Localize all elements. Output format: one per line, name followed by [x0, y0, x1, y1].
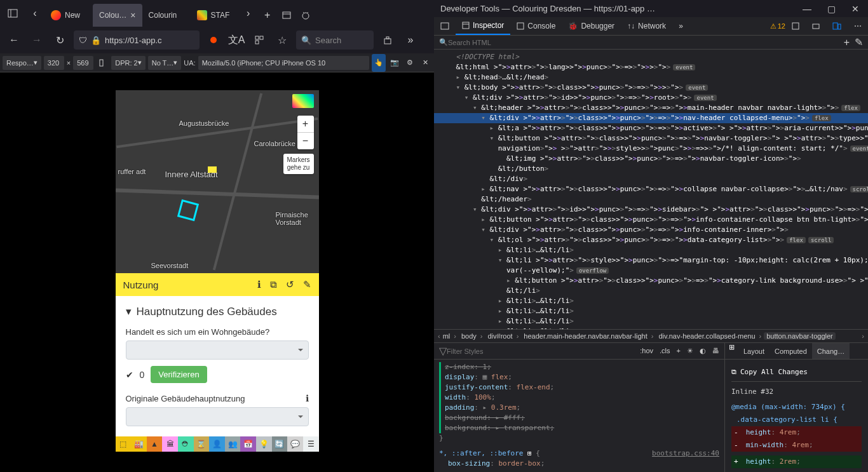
search-bar[interactable]: 🔍 Search [296, 30, 374, 50]
crumb-0[interactable]: ml [440, 332, 459, 340]
close-icon[interactable]: × [130, 10, 135, 20]
category-item-3[interactable]: 🏛 [162, 436, 178, 452]
app-logo[interactable] [292, 94, 314, 108]
dt-minimize-button[interactable]: — [801, 3, 813, 15]
overflow-icon[interactable]: » [402, 31, 419, 49]
forward-button[interactable]: → [28, 31, 46, 49]
zoom-out-button[interactable]: − [297, 133, 314, 149]
camera-icon[interactable]: 📷 [388, 54, 401, 72]
height-input[interactable]: 569 [73, 56, 93, 70]
translate-icon[interactable]: 文A [227, 31, 245, 49]
map-view[interactable]: Augustusbrücke Carolabrücke Innere Altst… [116, 90, 319, 273]
dom-node-11[interactable]: &lt;/button> [434, 164, 868, 174]
alarm-icon[interactable] [296, 6, 315, 25]
changes-body[interactable]: ⧉ Copy All Changes Inline #32 @media (ma… [725, 360, 868, 472]
crumb-5[interactable]: button.navbar-toggler [764, 332, 836, 340]
section-heading[interactable]: ▾ Hauptnutzung des Gebäudes [126, 305, 309, 318]
dom-node-24[interactable]: ▸ &lt;li>…&lt;/li> [434, 296, 868, 306]
tab-computed[interactable]: Computed [770, 343, 812, 359]
contrast-icon[interactable]: ◐ [700, 347, 706, 355]
tab-staf[interactable]: STAF [191, 4, 239, 27]
dom-node-19[interactable]: ▸ &lt;li>…&lt;/li> [434, 245, 868, 255]
verify-button[interactable]: Verifizieren [151, 366, 207, 383]
url-bar[interactable]: 🛡 🔒 https://01-app.c [74, 30, 200, 50]
category-item-5[interactable]: ⌛ [194, 436, 210, 452]
rotate-icon[interactable] [96, 54, 109, 72]
markers-button[interactable]: Markers gehe zu [283, 154, 314, 174]
copy-all-changes[interactable]: ⧉ Copy All Changes [731, 363, 862, 382]
tab-overview-icon[interactable] [277, 6, 296, 25]
info-icon[interactable]: ℹ [257, 279, 261, 290]
dom-node-22[interactable]: ▸ &lt;button >">>attr>>">>class>>">>punc… [434, 276, 868, 286]
dpr-select[interactable]: DPR: 2 ▾ [111, 56, 145, 70]
category-item-11[interactable]: 💬 [287, 436, 303, 452]
device-select[interactable]: Respo… ▾ [3, 56, 41, 70]
layout-tab-icon[interactable]: ⊞ [725, 343, 738, 359]
tab-colouring-active[interactable]: Colou…× [93, 4, 142, 27]
eyedropper-icon[interactable]: ✎ [855, 36, 863, 48]
original-use-select[interactable] [126, 407, 309, 426]
crumb-4[interactable]: div.nav-header.collapsed-menu [656, 332, 764, 340]
dom-node-17[interactable]: ▾ &lt;div >">>attr>>">>class>>">>punc>>"… [434, 225, 868, 235]
tab-scroll-right[interactable]: › [239, 0, 258, 27]
crumb-2[interactable]: div#root [485, 332, 521, 340]
styles-rules[interactable]: z-index: 1;display: ▦ flex;justify-conte… [434, 360, 724, 472]
tabs-overflow[interactable]: » [672, 17, 689, 35]
tab-new[interactable]: New [44, 4, 93, 27]
residential-select[interactable] [126, 341, 309, 360]
width-input[interactable]: 320 [44, 56, 64, 70]
warning-count[interactable]: ⚠ 12 [770, 22, 785, 30]
category-item-4[interactable]: ⛑ [178, 436, 194, 452]
ua-input[interactable]: Mozilla/5.0 (iPhone; CPU iPhone OS 10 [198, 56, 369, 70]
tab-console[interactable]: Console [510, 17, 562, 35]
dom-node-8[interactable]: ▾ &lt;button >">>attr>>">>class>>">>punc… [434, 133, 868, 144]
tab-scroll-left[interactable]: ‹ [25, 0, 44, 27]
back-button[interactable]: ← [5, 31, 23, 49]
dom-node-2[interactable]: ▸ &lt;head>…&lt;/head> [434, 72, 868, 83]
category-item-8[interactable]: 📅 [240, 436, 256, 452]
dt-screenshot-icon[interactable] [806, 17, 826, 35]
record-indicator[interactable] [205, 31, 222, 49]
dom-node-7[interactable]: ▸ &lt;a >">>attr>>">>class>>">>punc>>">>… [434, 123, 868, 133]
dt-menu-icon[interactable]: ⋯ [848, 17, 868, 35]
category-item-1[interactable]: 🏭 [131, 436, 147, 452]
category-item-7[interactable]: 👥 [225, 436, 241, 452]
dt-close-button[interactable]: ✕ [849, 3, 862, 15]
dom-node-21[interactable]: var(--yellow);">overflow [434, 266, 868, 276]
touch-icon[interactable]: 👆 [372, 54, 386, 72]
category-item-12[interactable]: ☰ [303, 436, 319, 452]
bookmark-icon[interactable]: ☆ [273, 31, 291, 49]
dom-node-16[interactable]: ▸ &lt;button >">>attr>>">>class>>">>punc… [434, 215, 868, 225]
dt-iframe-icon[interactable] [785, 17, 806, 35]
dom-node-20[interactable]: ▾ &lt;li >">>attr>>">>style>>">>punc>>">… [434, 255, 868, 266]
cls-toggle[interactable]: .cls [660, 347, 670, 355]
dom-node-9[interactable]: navigation>">> >>">attr>">>>style>>>">pu… [434, 144, 868, 154]
dom-node-14[interactable]: &lt;/header> [434, 194, 868, 205]
dt-rdm-icon[interactable] [826, 17, 848, 35]
new-tab-button[interactable]: + [258, 6, 277, 25]
settings-icon[interactable]: ⚙ [403, 54, 416, 72]
throttle-select[interactable]: No T… ▾ [148, 56, 182, 70]
tab-debugger[interactable]: 🐞Debugger [562, 17, 621, 35]
dom-node-0[interactable]: <!DOCTYPE html> [434, 52, 868, 62]
tab-network[interactable]: ↑↓Network [621, 17, 672, 35]
sidebar-toggle-icon[interactable] [0, 0, 25, 27]
hov-toggle[interactable]: :hov [640, 347, 653, 355]
dt-maximize-button[interactable]: ▢ [825, 3, 837, 15]
tab-colouring-2[interactable]: Colourin [142, 4, 191, 27]
dom-node-6[interactable]: ▾ &lt;div >">>attr>>">>class>>">>punc>>"… [434, 113, 868, 123]
copy-icon[interactable]: ⧉ [270, 279, 277, 290]
edit-icon[interactable]: ✎ [303, 279, 311, 290]
history-icon[interactable]: ↺ [286, 279, 294, 290]
extensions-icon[interactable] [379, 31, 397, 49]
crumb-1[interactable]: body [459, 332, 485, 340]
dom-node-3[interactable]: ▾ &lt;body >">>attr>>">>class>>">>punc>>… [434, 83, 868, 93]
zoom-in-button[interactable]: + [297, 116, 314, 133]
crumb-scroll-right[interactable]: › [862, 332, 864, 340]
category-item-10[interactable]: 🔄 [272, 436, 288, 452]
dom-node-13[interactable]: ▸ &lt;nav >">>attr>>">>class>>">>punc>>"… [434, 184, 868, 194]
dom-node-1[interactable]: &lt;html >">>attr>>">>lang>>">>punc>>">>… [434, 62, 868, 72]
dock-icon[interactable] [434, 17, 456, 35]
tab-inspector[interactable]: Inspector [456, 17, 510, 35]
dom-node-10[interactable]: &lt;img >">>attr>>">>class>>">>punc>>">>… [434, 154, 868, 164]
